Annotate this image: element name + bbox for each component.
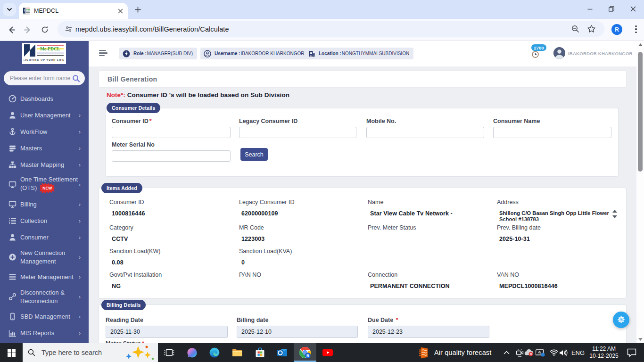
meter-serial-no-input[interactable] xyxy=(112,150,231,162)
sidebar-item-sbd-management[interactable]: SBD Management› xyxy=(0,308,89,325)
sidebar-item-label: Meter Management xyxy=(20,273,80,281)
scrollbar-thumb[interactable] xyxy=(638,52,643,172)
sidebar-item-user-management[interactable]: User Management› xyxy=(0,107,89,123)
tray-meet-now-icon[interactable] xyxy=(516,343,524,362)
field-label: Consumer ID* xyxy=(112,118,152,124)
header-username: IBAKORDOR KHARKONGOR xyxy=(568,51,633,56)
sidebar-item-new-connection-management[interactable]: New Connection Management› xyxy=(0,246,89,269)
browser-menu-icon[interactable] xyxy=(632,24,640,34)
tray-chevron-up-icon[interactable] xyxy=(504,343,510,362)
start-button[interactable] xyxy=(0,343,23,362)
air-quality-icon xyxy=(419,347,429,359)
sidebar-item-masters[interactable]: Masters› xyxy=(0,140,89,156)
taskbar-search[interactable]: Type here to search xyxy=(23,343,158,362)
item-value: MEPDCL1000816446 xyxy=(499,283,558,289)
outlook-icon[interactable] xyxy=(271,343,294,362)
reading-date-input[interactable] xyxy=(106,326,228,338)
youtube-icon[interactable] xyxy=(316,343,339,362)
sidebar-search[interactable] xyxy=(4,71,85,85)
consumer-id-input[interactable] xyxy=(112,127,231,138)
sidebar-item-meter-management[interactable]: Meter Management› xyxy=(0,269,89,285)
sidebar-item-label: Master Mapping xyxy=(20,161,80,169)
consumer-name-input[interactable] xyxy=(493,127,611,138)
sidebar-item-dashboards[interactable]: Dashboards xyxy=(0,90,89,107)
new-tab-button[interactable] xyxy=(132,4,143,15)
tray-volume-icon[interactable] xyxy=(559,343,568,362)
mobile-no-input[interactable] xyxy=(366,127,484,138)
tray-language[interactable]: ENG xyxy=(570,343,586,362)
role-value: MANAGER(SUB DIV) xyxy=(147,51,193,56)
sidebar-item-disconnection-reconnection[interactable]: Disconnection & Reconnection› xyxy=(0,285,89,308)
browser-scrollbar[interactable] xyxy=(636,41,644,343)
edge-icon[interactable] xyxy=(203,343,226,362)
session-timer[interactable]: 2700 xyxy=(530,44,545,63)
window-close-button[interactable] xyxy=(622,0,644,18)
chevron-right-icon: › xyxy=(79,254,81,261)
bookmark-star-icon[interactable] xyxy=(587,25,596,33)
browser-profile-avatar[interactable]: R xyxy=(611,24,622,35)
window-restore-button[interactable] xyxy=(601,0,622,18)
item-value-address[interactable]: Shillong C/O Basan Singh Opp Little Flow… xyxy=(499,210,611,221)
menu-toggle-icon[interactable] xyxy=(99,50,108,57)
tab-list-chevron-button[interactable] xyxy=(3,3,16,16)
billing-date-input[interactable] xyxy=(237,326,358,338)
address-scroll-spinner[interactable] xyxy=(612,209,618,219)
location-pill: Location :NONGTHYMMAI SUBDIVISION xyxy=(305,48,413,59)
file-explorer-icon[interactable] xyxy=(226,343,248,362)
item-label: Prev. Meter Status xyxy=(368,224,416,231)
browser-tab[interactable]: MEPDCL xyxy=(19,3,128,19)
microsoft-store-icon[interactable] xyxy=(248,343,271,362)
note-text: Consumer ID 's will be loaded based on S… xyxy=(127,91,289,99)
tray-cast-icon[interactable] xyxy=(536,343,545,362)
due-date-input[interactable] xyxy=(368,326,489,338)
note-label: Note*: xyxy=(107,91,125,99)
chevron-right-icon: › xyxy=(79,161,81,168)
user-icon xyxy=(8,233,17,241)
site-settings-icon[interactable] xyxy=(62,23,74,35)
window-minimize-button[interactable] xyxy=(579,0,601,18)
chrome-icon-active[interactable]: R xyxy=(294,343,316,362)
sidebar-item-billing[interactable]: Billing› xyxy=(0,196,89,213)
sidebar-item-consumer[interactable]: Consumer› xyxy=(0,229,89,246)
location-value: NONGTHYMMAI SUBDIVISION xyxy=(342,51,409,56)
item-value: 0.08 xyxy=(112,259,124,266)
location-icon xyxy=(308,50,315,58)
tab-title: MEPDCL xyxy=(34,8,116,14)
zoom-indicator-icon[interactable] xyxy=(571,25,580,33)
sidebar-item-label: Disconnection & Reconnection xyxy=(20,288,80,305)
sidebar-item-mis-reports[interactable]: MIS Reports› xyxy=(0,325,89,341)
sidebar-item-one-time-settlement-ots[interactable]: One Time Settlement (OTS)NEW› xyxy=(0,173,89,196)
chevron-right-icon: › xyxy=(79,128,81,135)
item-label: PAN NO xyxy=(239,272,261,278)
sidebar-item-collection[interactable]: Collection› xyxy=(0,213,89,229)
task-view-button[interactable] xyxy=(158,343,181,362)
scrollbar-down-arrow[interactable] xyxy=(636,336,644,343)
svg-text:LIGHTING UP YOUR LIFE: LIGHTING UP YOUR LIFE xyxy=(24,58,65,61)
tray-wifi-icon[interactable] xyxy=(550,343,558,362)
back-button[interactable] xyxy=(4,23,18,37)
copilot-icon[interactable] xyxy=(181,343,203,362)
item-label: Address xyxy=(497,199,519,206)
tray-onedrive-error-icon[interactable] xyxy=(524,343,534,362)
field-label: Due Date * xyxy=(368,317,398,323)
sidebar-item-workflow[interactable]: WorkFlow› xyxy=(0,123,89,140)
settings-fab[interactable] xyxy=(613,312,629,328)
taskbar-weather-widget[interactable]: Air quality forecast xyxy=(419,343,491,362)
page-title: Bill Generation xyxy=(107,75,157,83)
role-label: Role : xyxy=(133,51,147,56)
forward-button[interactable] xyxy=(20,23,34,37)
sidebar-item-label: WorkFlow xyxy=(20,128,80,136)
tab-close-icon[interactable] xyxy=(116,7,124,15)
action-center-icon[interactable] xyxy=(622,343,641,362)
user-avatar[interactable] xyxy=(553,47,565,59)
sidebar-item-master-mapping[interactable]: Master Mapping› xyxy=(0,156,89,173)
search-button[interactable]: Search xyxy=(240,148,268,161)
reload-button[interactable] xyxy=(38,23,52,37)
address-bar[interactable]: mepdcl.ubs.ieasybill.com/BillGeneration/… xyxy=(58,21,604,37)
sidebar-search-input[interactable] xyxy=(10,75,70,82)
scrollbar-up-arrow[interactable] xyxy=(636,41,644,49)
tray-clock[interactable]: 11:22 AM 10-12-2025 xyxy=(586,343,621,362)
legacy-consumer-id-input[interactable] xyxy=(239,127,356,138)
app-logo: Me-PDCL LIGHTING UP YOUR LIFE xyxy=(22,43,66,64)
list-icon xyxy=(8,273,17,281)
